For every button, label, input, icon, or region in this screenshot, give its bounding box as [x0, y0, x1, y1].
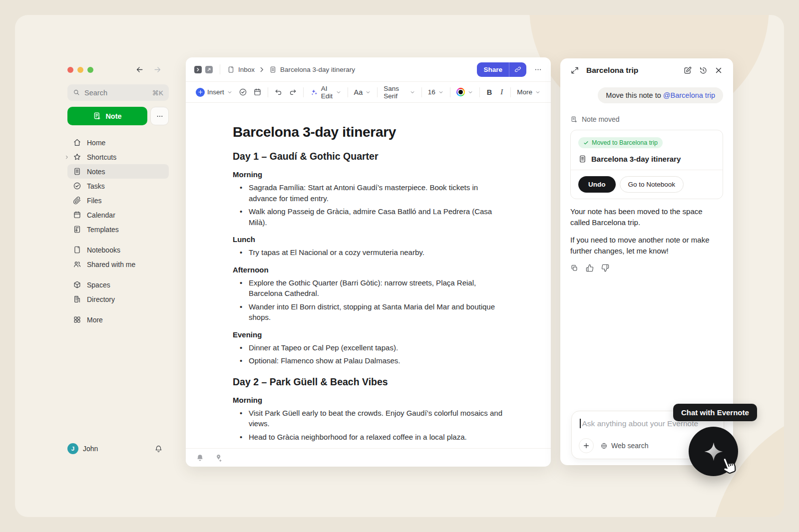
new-chat-icon[interactable]: [683, 66, 692, 75]
sidebar: Search ⌘K Note HomeShortcutsNotesTasksFi…: [61, 57, 175, 467]
sidebar-item-tasks[interactable]: Tasks: [67, 179, 169, 193]
font-family-select[interactable]: Sans Serif: [381, 82, 418, 102]
close-window-button[interactable]: [67, 67, 73, 73]
redo-button[interactable]: [286, 85, 300, 99]
sidebar-item-home[interactable]: Home: [67, 135, 169, 150]
attach-button[interactable]: [579, 438, 594, 453]
moved-note-row[interactable]: Barcelona 3-day itinerary: [578, 155, 715, 163]
text-style-button[interactable]: Aa: [351, 86, 375, 99]
editor-footer: [186, 448, 551, 467]
thumbs-down-icon[interactable]: [601, 264, 609, 272]
divider: [268, 87, 268, 97]
collapse-note-list-button[interactable]: [194, 66, 202, 73]
mention-link[interactable]: @Barcelona trip: [663, 91, 715, 99]
back-arrow-icon[interactable]: [135, 65, 144, 74]
sidebar-item-more[interactable]: More: [67, 312, 169, 327]
undo-button[interactable]: [271, 85, 286, 99]
sidebar-group: HomeShortcutsNotesTasksFilesCalendarTemp…: [67, 135, 169, 237]
doc-bullet: Wander into El Born district, stopping a…: [248, 301, 504, 323]
sidebar-item-notes[interactable]: Notes: [67, 164, 169, 179]
reminder-bell-icon[interactable]: [196, 454, 204, 462]
more-label: More: [517, 88, 532, 96]
copy-link-button[interactable]: [509, 62, 526, 77]
undo-button[interactable]: Undo: [578, 176, 616, 193]
assistant-paragraph: If you need to move another note or make…: [570, 235, 723, 256]
breadcrumb-note-title[interactable]: Barcelona 3-day itinerary: [280, 66, 355, 73]
assistant-response: Your note has been moved to the space ca…: [570, 206, 723, 256]
checklist-button[interactable]: [236, 85, 250, 99]
chevron-down-icon: [467, 89, 473, 95]
note-options-ellipsis-icon[interactable]: [534, 65, 542, 74]
divider: [510, 87, 511, 97]
sparkles-icon: [310, 88, 319, 97]
note-editor-body[interactable]: Barcelona 3-day itinerary Day 1 – Gaudí …: [186, 103, 551, 448]
note-icon: [269, 66, 277, 73]
cube-icon: [73, 280, 81, 289]
divider: [220, 64, 220, 74]
bold-button[interactable]: B: [483, 86, 496, 99]
status-row: Note moved: [570, 115, 723, 123]
share-button[interactable]: Share: [477, 62, 526, 77]
note-more-button[interactable]: [150, 107, 169, 125]
doc-heading: Day 1 – Gaudí & Gothic Quarter: [233, 150, 504, 163]
new-note-label: Note: [105, 112, 121, 120]
note-icon: [73, 167, 81, 176]
avatar[interactable]: J: [67, 443, 78, 454]
more-formatting-button[interactable]: More: [514, 86, 544, 98]
sidebar-item-templates[interactable]: Templates: [67, 222, 169, 237]
sidebar-item-label: Shared with me: [87, 261, 135, 268]
chat-with-evernote-fab[interactable]: [689, 427, 738, 476]
minimize-window-button[interactable]: [77, 67, 83, 73]
doc-section-label: Morning: [233, 170, 504, 180]
text-color-button[interactable]: [453, 85, 476, 99]
redo-icon: [289, 88, 297, 96]
formatting-toolbar: Insert AI Edit Aa Sans Serif 16: [186, 82, 551, 103]
share-label[interactable]: Share: [477, 62, 509, 77]
building-icon: [73, 295, 81, 303]
new-note-button[interactable]: Note: [67, 107, 147, 125]
web-search-toggle[interactable]: Web search: [600, 442, 648, 450]
close-icon[interactable]: [714, 66, 723, 75]
ai-edit-label: AI Edit: [321, 85, 333, 100]
chevron-right-icon[interactable]: [64, 155, 69, 160]
sidebar-group: SpacesDirectory: [67, 277, 169, 306]
sidebar-item-calendar[interactable]: Calendar: [67, 208, 169, 222]
divider: [377, 87, 378, 97]
sidebar-item-shortcuts[interactable]: Shortcuts: [67, 150, 169, 164]
notifications-bell-icon[interactable]: [154, 445, 163, 453]
sidebar-item-directory[interactable]: Directory: [67, 292, 169, 306]
sidebar-item-files[interactable]: Files: [67, 193, 169, 208]
link-icon: [514, 66, 521, 73]
chat-history-icon[interactable]: [699, 66, 708, 75]
expand-panel-icon[interactable]: [570, 66, 579, 75]
sidebar-item-spaces[interactable]: Spaces: [67, 277, 169, 292]
doc-bullet-list: Visit Park Güell early to beat the crowd…: [233, 408, 504, 443]
assign-pen-plus-icon[interactable]: [214, 454, 223, 462]
calendar-insert-button[interactable]: [250, 85, 265, 99]
divider: [348, 87, 348, 97]
user-message-bubble: Move this note to @Barcelona trip: [598, 87, 723, 103]
doc-bullet-list: Try tapas at El Nacional or a cozy vermu…: [233, 247, 504, 258]
divider: [571, 170, 723, 170]
open-note-window-button[interactable]: [205, 66, 213, 73]
italic-button[interactable]: I: [496, 85, 507, 99]
insert-button[interactable]: Insert: [193, 85, 236, 99]
go-to-notebook-button[interactable]: Go to Notebook: [620, 176, 684, 193]
doc-bullet: Dinner at Tapeo or Cal Pep (excellent ta…: [248, 342, 504, 353]
web-search-label: Web search: [611, 442, 648, 450]
forward-arrow-icon[interactable]: [153, 65, 162, 74]
breadcrumb-notebook[interactable]: Inbox: [238, 66, 255, 73]
check-icon: [583, 140, 589, 146]
search-input[interactable]: Search ⌘K: [67, 84, 169, 101]
sparkle-icon: [702, 440, 725, 463]
zoom-window-button[interactable]: [87, 67, 93, 73]
editor-topbar-right: Share: [477, 62, 542, 77]
sidebar-item-notebooks[interactable]: Notebooks: [67, 243, 169, 257]
thumbs-up-icon[interactable]: [586, 264, 594, 272]
doc-bullet: Visit Park Güell early to beat the crowd…: [248, 408, 504, 429]
copy-icon[interactable]: [570, 264, 578, 272]
text-caret: [580, 419, 581, 428]
ai-edit-button[interactable]: AI Edit: [307, 82, 345, 102]
sidebar-item-shared-with-me[interactable]: Shared with me: [67, 257, 169, 271]
font-size-select[interactable]: 16: [425, 86, 447, 98]
